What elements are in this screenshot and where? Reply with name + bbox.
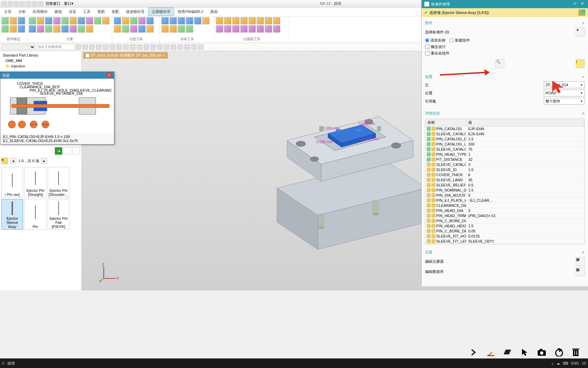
sel-tool-icon[interactable]	[96, 44, 101, 50]
param-row[interactable]: PIN_HEAD_TRIM_…(PIN_DIA/2)+.51	[425, 213, 584, 218]
edit-registrar-button[interactable]: ▦	[576, 257, 585, 266]
sel-tool-icon[interactable]	[144, 44, 149, 50]
sel-tool-icon[interactable]	[164, 44, 169, 50]
part-card[interactable]: Ejector Pin [Shoulder…	[48, 167, 69, 198]
section-header[interactable]: 详细信息	[425, 111, 440, 116]
param-row[interactable]: SLEEVE_LAND35	[425, 178, 584, 183]
qat-label[interactable]: 切换窗口	[44, 1, 62, 6]
qat-icon[interactable]	[7, 1, 13, 6]
rename-checkbox[interactable]	[425, 51, 429, 56]
param-row[interactable]: PIN_DIA_ADJUST0	[425, 193, 584, 198]
position-combo[interactable]: POINT▼	[544, 90, 585, 96]
section-header[interactable]: 部件	[425, 20, 432, 26]
clock[interactable]: 10	[582, 361, 586, 365]
qat-icon[interactable]	[20, 1, 25, 6]
taskbar[interactable]: 2 - 建模 ▵ ☁ ⌨ ENG 10	[0, 358, 588, 368]
sel-tool-icon[interactable]	[150, 44, 156, 50]
part-card[interactable]: Ejector Pin [Straight]	[24, 167, 46, 198]
tab-tools[interactable]: 工具	[80, 8, 94, 16]
param-row[interactable]: SLEEVE_RELIEF_C…0.5	[425, 183, 584, 188]
selection-filter[interactable]	[1, 44, 35, 50]
tab-surface[interactable]: 曲面	[207, 8, 221, 16]
close-icon[interactable]: ✕	[579, 1, 585, 7]
parent-combo[interactable]: ZP_prod_014▼	[544, 81, 585, 88]
sel-tool-icon[interactable]	[178, 44, 183, 50]
sel-tool-icon[interactable]	[157, 44, 163, 50]
radio-new-component[interactable]: 新建组件	[450, 38, 470, 43]
concept-checkbox[interactable]	[425, 45, 429, 49]
param-row[interactable]: PIN_C_BORE_DEE…0.05	[425, 229, 584, 234]
sel-tool-icon[interactable]	[123, 44, 129, 50]
param-row[interactable]: CLEARANCE_DIA_…	[425, 203, 584, 208]
tab-yanxiu[interactable]: 燕秀PM编程8.2	[174, 8, 207, 16]
qat-icon[interactable]	[1, 1, 7, 6]
sel-tool-icon[interactable]	[198, 44, 203, 50]
param-row[interactable]: PIN_CATALOG_DIA1.5	[425, 137, 584, 142]
search-icon[interactable]: 🔍	[495, 59, 504, 68]
sel-tool-icon[interactable]	[184, 44, 190, 50]
chevron-right-icon[interactable]	[468, 347, 479, 358]
tab-analysis[interactable]: 分析	[15, 8, 29, 16]
color-badge-icon[interactable]	[578, 10, 585, 16]
qat-icon[interactable]	[32, 1, 37, 6]
eraser-icon[interactable]	[502, 347, 513, 358]
tab-home[interactable]: 主页	[1, 8, 15, 16]
sel-tool-icon[interactable]	[76, 44, 81, 50]
param-row[interactable]: PIN_EJ_PLATE_HO…::EJ_CLEAR…	[425, 198, 584, 203]
tool-icon[interactable]	[72, 147, 80, 155]
param-row[interactable]: PIN_HEAD_DIA3	[425, 208, 584, 213]
param-row[interactable]: PIN_HEAD_HEIGHT1.5	[425, 224, 584, 229]
sel-tool-icon[interactable]	[130, 44, 135, 50]
sel-tool-icon[interactable]	[171, 44, 176, 50]
filter-icon[interactable]: ▾	[1, 157, 8, 164]
cursor-icon[interactable]	[519, 347, 530, 358]
sel-tool-icon[interactable]	[82, 44, 88, 50]
section-header[interactable]: 放置	[425, 74, 432, 79]
sel-tool-icon[interactable]	[110, 44, 115, 50]
tab-mold-wizard[interactable]: 注塑模向导	[148, 7, 174, 16]
param-row[interactable]: SLEEVE_CATALO…75	[425, 147, 584, 152]
sel-tool-icon[interactable]	[116, 44, 122, 50]
lang-indicator[interactable]: ENG	[571, 361, 579, 365]
camera-icon[interactable]	[536, 347, 547, 358]
col-name[interactable]: 名称	[425, 119, 466, 126]
info-icon[interactable]: i	[576, 59, 585, 68]
close-icon[interactable]: ×	[107, 73, 112, 78]
param-row[interactable]: SLEEVE_CATALO…3	[425, 162, 584, 167]
lib-node[interactable]: DME_MM	[1, 58, 80, 63]
tab-render[interactable]: 渲染	[65, 8, 80, 16]
part-card[interactable]: r Pin rse]	[1, 167, 23, 198]
edit-db-button[interactable]: ▦	[576, 267, 585, 276]
param-row[interactable]: PIN_C_BORE_DIA	[425, 218, 584, 224]
pencil-icon[interactable]	[485, 347, 496, 358]
part-card[interactable]: Pin	[24, 199, 46, 230]
pick-icon[interactable]: ✦	[576, 28, 585, 36]
close-tab-icon[interactable]: ×	[163, 53, 165, 58]
tool-icon[interactable]	[64, 147, 71, 155]
sel-tool-icon[interactable]	[89, 44, 95, 50]
qat-icon[interactable]	[38, 1, 44, 6]
sel-tool-icon[interactable]	[191, 44, 197, 50]
param-row[interactable]: COVER_THICK6	[425, 172, 584, 178]
part-card[interactable]: Ejector Pin Flat [FW,FK]	[48, 199, 69, 230]
qat-icon[interactable]	[14, 1, 19, 6]
param-row[interactable]: PIN_NOMINAL_D…1.5	[425, 188, 584, 193]
tray-icon[interactable]: ☁	[556, 361, 560, 366]
tray-icon[interactable]: ⌨	[563, 361, 568, 366]
qat-label[interactable]: 窗口▾	[63, 1, 75, 6]
lib-title[interactable]: Standard Part Library	[1, 52, 80, 58]
lib-folder[interactable]: 📁 Injection	[1, 63, 80, 69]
taskbar-app[interactable]: 2 - 建模	[2, 361, 15, 366]
section-header[interactable]: 设置	[425, 250, 432, 255]
next-page-button[interactable]: ▸	[41, 158, 47, 164]
tab-assembly[interactable]: 装配	[108, 8, 122, 16]
trash-icon[interactable]	[570, 347, 581, 358]
undo-icon[interactable]	[553, 347, 564, 358]
param-row[interactable]: SLEEVE_FIT_HOLE…0.0125	[425, 234, 584, 239]
tab-progressive[interactable]: 级进模向导	[122, 8, 148, 16]
param-row[interactable]: SLEEVE_ID1.5	[425, 167, 584, 172]
param-row[interactable]: PIN_HEAD_TYPE1	[425, 152, 584, 157]
param-row[interactable]: SLEEVE_CATALOGEJS-EHN	[425, 132, 584, 137]
pin-icon[interactable]: ⬀	[572, 1, 578, 7]
col-value[interactable]: 值	[466, 119, 584, 126]
